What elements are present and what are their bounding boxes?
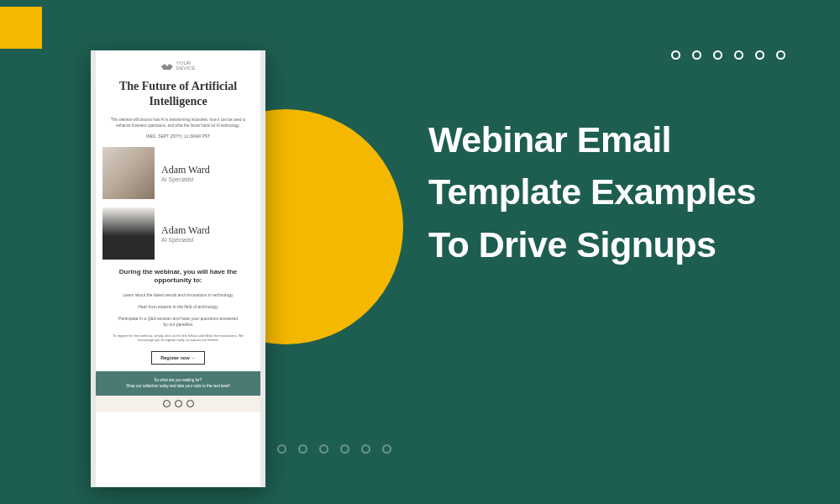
headline: Webinar Email Template Examples To Drive… [428, 113, 798, 270]
register-description: To register for this webinar, simply cli… [102, 333, 254, 343]
email-template-preview: YOUR DEVICE The Future of Artificial Int… [91, 50, 265, 487]
footer-line2: Shop our collection today and take your … [99, 384, 257, 390]
bullet-item: Learn about the latest trends and innova… [102, 292, 254, 298]
speaker-photo [102, 207, 155, 260]
email-description: This webinar will discuss how AI is tran… [102, 118, 254, 129]
bullet-item: Participate in a Q&A session and have yo… [102, 316, 254, 328]
twitter-icon[interactable] [175, 400, 182, 407]
speaker-role: AI Specialist [161, 237, 254, 243]
speaker-photo [102, 147, 155, 199]
crown-icon [161, 61, 173, 70]
facebook-icon[interactable] [163, 400, 171, 407]
bullet-item: Hear from experts in the field of techno… [102, 304, 254, 310]
footer-line1: So what are you waiting for? [99, 378, 257, 384]
yellow-square-decoration [0, 7, 42, 49]
instagram-icon[interactable] [186, 400, 194, 407]
logo-line2: DEVICE [176, 66, 195, 71]
speaker-name: Adam Ward [161, 224, 254, 237]
email-date: WED. SEPT 25TH | 11:30AM PST [102, 134, 254, 139]
speaker-item: Adam Ward AI Specialist [102, 147, 254, 199]
email-title: The Future of Artificial Intelligence [102, 79, 254, 109]
top-dots-decoration [671, 50, 785, 60]
email-subheading: During the webinar, you will have the op… [102, 268, 254, 286]
bottom-dots-decoration [277, 444, 391, 454]
social-row [96, 396, 260, 412]
footer-banner: So what are you waiting for? Shop our co… [96, 371, 260, 396]
email-logo: YOUR DEVICE [102, 60, 254, 71]
speaker-role: AI Specialist [161, 176, 254, 182]
speaker-name: Adam Ward [161, 164, 254, 176]
register-button[interactable]: Register now → [151, 351, 205, 365]
speaker-item: Adam Ward AI Specialist [102, 207, 254, 260]
